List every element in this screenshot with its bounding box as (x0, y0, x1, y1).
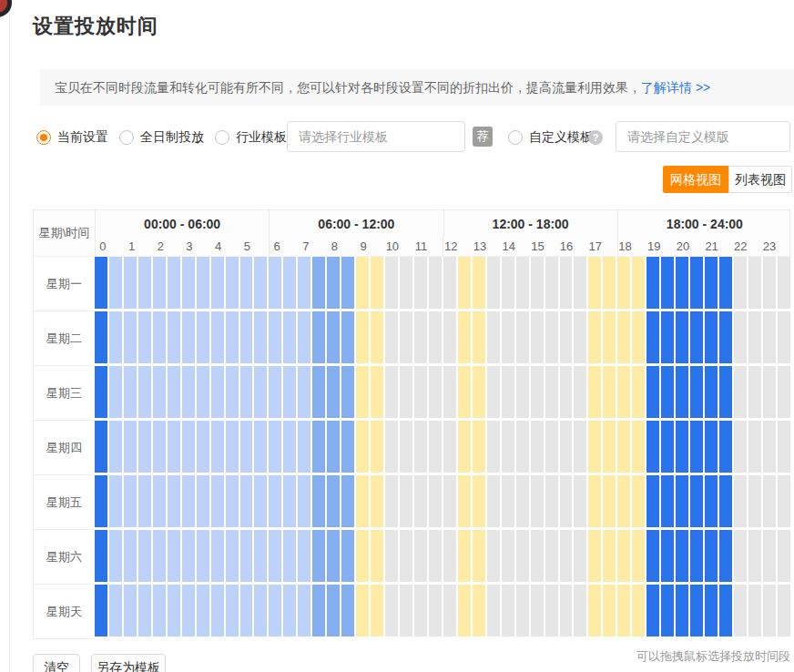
time-slot-cell[interactable] (603, 530, 616, 582)
time-slot-cell[interactable] (516, 475, 529, 527)
time-slot-cell[interactable] (502, 311, 514, 363)
time-slot-cell[interactable] (226, 475, 239, 527)
time-slot-cell[interactable] (574, 530, 586, 582)
time-slot-cell[interactable] (312, 475, 325, 527)
time-slot-cell[interactable] (153, 366, 166, 418)
time-slot-cell[interactable] (109, 311, 122, 363)
time-slot-cell[interactable] (138, 311, 151, 363)
time-slot-cell[interactable] (341, 475, 354, 527)
time-slot-cell[interactable] (182, 311, 195, 363)
time-slot-cell[interactable] (646, 585, 659, 636)
time-slot-cell[interactable] (168, 257, 180, 309)
time-slot-cell[interactable] (531, 257, 544, 309)
time-slot-cell[interactable] (487, 257, 500, 309)
time-slot-cell[interactable] (414, 311, 427, 363)
time-slot-cell[interactable] (545, 257, 558, 309)
time-slot-cell[interactable] (124, 257, 137, 309)
time-slot-cell[interactable] (414, 475, 427, 527)
time-slot-cell[interactable] (312, 585, 325, 636)
time-slot-cell[interactable] (588, 475, 601, 527)
time-slot-cell[interactable] (240, 530, 253, 582)
time-slot-cell[interactable] (531, 585, 544, 636)
time-slot-cell[interactable] (719, 530, 732, 582)
time-slot-cell[interactable] (371, 366, 383, 418)
time-slot-cell[interactable] (211, 421, 224, 473)
time-slot-cell[interactable] (211, 311, 224, 363)
time-slot-cell[interactable] (734, 530, 747, 582)
time-slot-cell[interactable] (705, 366, 718, 418)
time-slot-cell[interactable] (109, 421, 122, 473)
time-slot-cell[interactable] (226, 421, 239, 473)
time-slot-cell[interactable] (690, 475, 703, 527)
time-slot-cell[interactable] (690, 311, 703, 363)
time-slot-cell[interactable] (109, 530, 122, 582)
time-slot-cell[interactable] (124, 421, 137, 473)
time-slot-cell[interactable] (124, 530, 137, 582)
time-slot-cell[interactable] (138, 257, 151, 309)
time-slot-cell[interactable] (458, 366, 471, 418)
time-slot-cell[interactable] (487, 311, 500, 363)
time-slot-cell[interactable] (690, 530, 703, 582)
time-slot-cell[interactable] (473, 530, 485, 582)
time-slot-cell[interactable] (763, 421, 776, 473)
time-slot-cell[interactable] (719, 585, 732, 636)
time-slot-cell[interactable] (283, 530, 296, 582)
time-slot-cell[interactable] (545, 585, 558, 636)
time-slot-cell[interactable] (690, 421, 703, 473)
time-slot-cell[interactable] (400, 421, 412, 473)
custom-template-input[interactable] (616, 121, 790, 152)
time-slot-cell[interactable] (283, 421, 296, 473)
time-slot-cell[interactable] (531, 475, 544, 527)
time-slot-cell[interactable] (182, 257, 195, 309)
time-slot-cell[interactable] (560, 257, 573, 309)
time-slot-cell[interactable] (473, 585, 485, 636)
time-slot-cell[interactable] (473, 421, 485, 473)
time-slot-cell[interactable] (138, 585, 151, 636)
time-slot-cell[interactable] (676, 366, 688, 418)
time-slot-cell[interactable] (778, 421, 790, 473)
time-slot-cell[interactable] (298, 585, 310, 636)
time-slot-cell[interactable] (588, 366, 601, 418)
time-slot-cell[interactable] (269, 311, 281, 363)
time-slot-cell[interactable] (603, 366, 616, 418)
time-slot-cell[interactable] (574, 311, 586, 363)
time-slot-cell[interactable] (226, 311, 239, 363)
time-slot-cell[interactable] (588, 421, 601, 473)
time-slot-cell[interactable] (211, 530, 224, 582)
time-slot-cell[interactable] (458, 257, 471, 309)
time-slot-cell[interactable] (327, 366, 340, 418)
time-slot-cell[interactable] (414, 530, 427, 582)
time-slot-cell[interactable] (676, 421, 688, 473)
time-slot-cell[interactable] (124, 475, 137, 527)
time-slot-cell[interactable] (226, 585, 239, 636)
time-slot-cell[interactable] (211, 257, 224, 309)
time-slot-cell[interactable] (646, 475, 659, 527)
time-slot-cell[interactable] (502, 421, 514, 473)
time-slot-cell[interactable] (516, 421, 529, 473)
time-slot-cell[interactable] (429, 257, 442, 309)
time-slot-cell[interactable] (298, 530, 310, 582)
option-all-day[interactable]: 全日制投放 (119, 121, 204, 154)
time-slot-cell[interactable] (312, 311, 325, 363)
time-slot-cell[interactable] (473, 257, 485, 309)
radio-all-day[interactable] (119, 130, 134, 145)
time-slot-cell[interactable] (632, 421, 645, 473)
time-slot-cell[interactable] (531, 366, 544, 418)
time-slot-cell[interactable] (705, 475, 718, 527)
time-slot-cell[interactable] (385, 475, 398, 527)
time-slot-cell[interactable] (632, 311, 645, 363)
time-slot-cell[interactable] (617, 530, 630, 582)
time-slot-cell[interactable] (168, 475, 180, 527)
time-slot-cell[interactable] (719, 311, 732, 363)
time-slot-cell[interactable] (385, 585, 398, 636)
time-slot-cell[interactable] (429, 475, 442, 527)
time-slot-cell[interactable] (458, 475, 471, 527)
time-slot-cell[interactable] (197, 311, 209, 363)
time-slot-cell[interactable] (211, 366, 224, 418)
time-slot-cell[interactable] (763, 366, 776, 418)
time-slot-cell[interactable] (254, 421, 267, 473)
grid-view-button[interactable]: 网格视图 (663, 166, 728, 193)
time-slot-cell[interactable] (632, 530, 645, 582)
time-slot-cell[interactable] (371, 530, 383, 582)
time-slot-cell[interactable] (385, 530, 398, 582)
